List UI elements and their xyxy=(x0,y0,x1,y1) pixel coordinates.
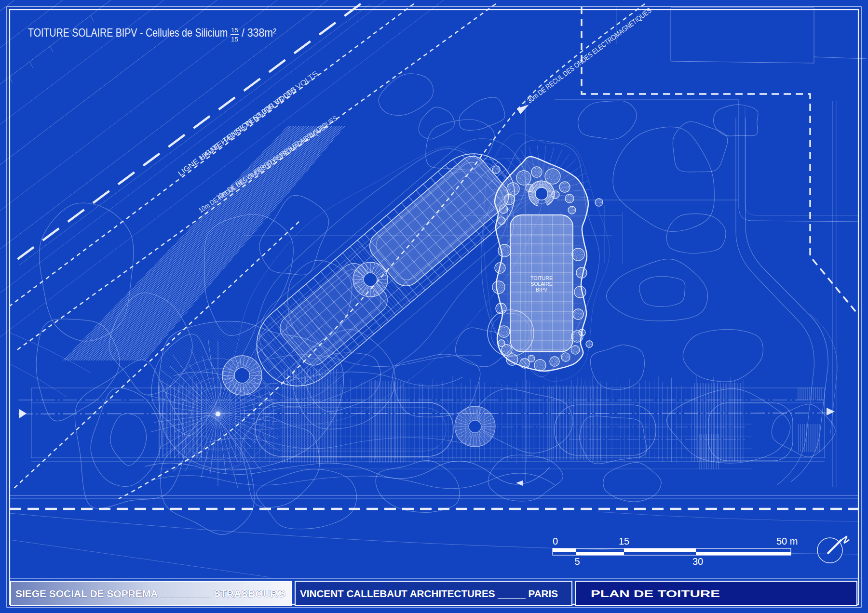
svg-text:15: 15 xyxy=(231,36,238,43)
svg-text:TOITURE: TOITURE xyxy=(530,275,553,281)
svg-text:/ 338m²: / 338m² xyxy=(242,26,276,39)
svg-text:15: 15 xyxy=(231,27,238,34)
svg-text:TOITURE SOLAIRE BIPV - Cellule: TOITURE SOLAIRE BIPV - Cellules de Silic… xyxy=(28,26,228,39)
svg-text:5: 5 xyxy=(574,556,580,567)
svg-text:VINCENT CALLEBAUT ARCHITECTURE: VINCENT CALLEBAUT ARCHITECTURES _____ PA… xyxy=(300,588,558,599)
svg-text:SOLAIRE: SOLAIRE xyxy=(530,281,553,287)
svg-text:PLAN DE TOITURE: PLAN DE TOITURE xyxy=(591,588,720,599)
svg-text:BIPV: BIPV xyxy=(536,287,547,293)
svg-text:SIEGE SOCIAL DE SOPREMA ______: SIEGE SOCIAL DE SOPREMA _________ STRASB… xyxy=(15,588,285,599)
svg-text:30: 30 xyxy=(692,556,703,567)
svg-text:15: 15 xyxy=(619,536,629,546)
svg-text:0: 0 xyxy=(553,536,558,546)
svg-text:50 m: 50 m xyxy=(776,536,798,546)
